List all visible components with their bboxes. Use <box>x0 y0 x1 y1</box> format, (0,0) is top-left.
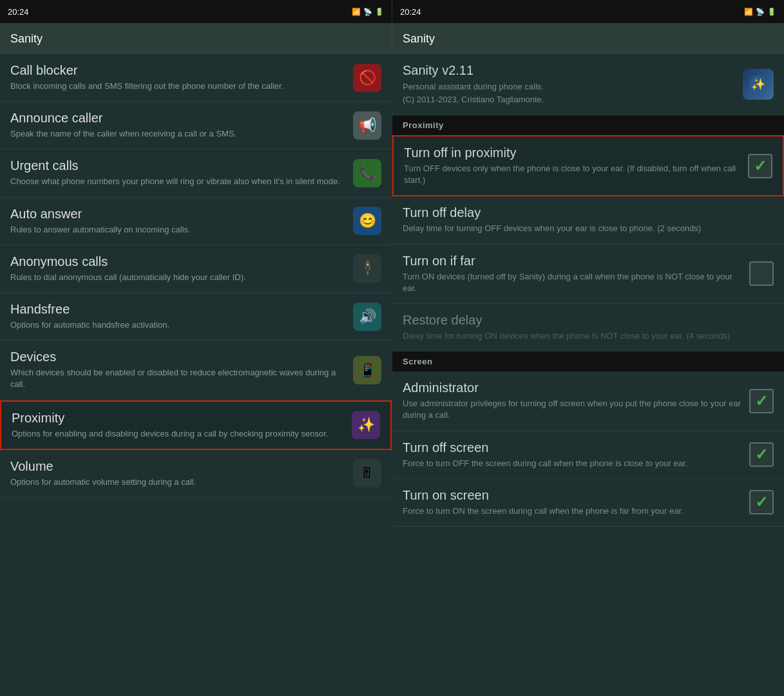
wifi-icon-r: 📡 <box>756 8 765 16</box>
battery-icon: 🔋 <box>375 8 384 16</box>
menu-item-announce-caller-desc: Speak the name of the caller when receiv… <box>10 128 348 140</box>
app-info-desc: Personal assistant during phone calls.(C… <box>403 80 743 106</box>
right-menu-item-turn-off-proximity[interactable]: Turn off in proximity Turn OFF devices o… <box>392 135 784 196</box>
administrator-desc: Use administrator privileges for turning… <box>403 398 744 421</box>
menu-item-volume[interactable]: Volume Options for automatic volume sett… <box>0 450 392 498</box>
menu-item-devices-title: Devices <box>10 350 348 364</box>
app-bars: Sanity Sanity <box>0 23 784 54</box>
turn-on-far-checkbox[interactable] <box>749 261 774 286</box>
turn-off-delay-title: Turn off delay <box>403 205 769 220</box>
right-app-bar: Sanity <box>392 23 784 54</box>
wifi-icon: 📡 <box>363 8 372 16</box>
turn-off-screen-desc: Force to turn OFF the screen during call… <box>403 458 744 469</box>
turn-on-far-title: Turn on if far <box>403 254 744 268</box>
right-panel: Sanity v2.11 Personal assistant during p… <box>392 54 784 696</box>
auto-answer-icon: 😊 <box>353 207 381 235</box>
menu-item-proximity-title: Proximity <box>12 411 347 426</box>
right-time: 20:24 <box>400 7 421 17</box>
right-menu-item-turn-off-screen[interactable]: Turn off screen Force to turn OFF the sc… <box>392 431 784 479</box>
section-header-screen: Screen <box>392 352 784 372</box>
menu-item-proximity-desc: Options for enabling and disabling devic… <box>12 428 347 440</box>
menu-item-announce-caller[interactable]: Announce caller Speak the name of the ca… <box>0 102 392 149</box>
menu-item-devices[interactable]: Devices Which devices should be enabled … <box>0 341 392 400</box>
turn-off-proximity-title: Turn off in proximity <box>404 146 743 160</box>
left-app-title: Sanity <box>10 32 43 46</box>
battery-icon-r: 🔋 <box>767 8 776 16</box>
turn-off-delay-desc: Delay time for turning OFF devices when … <box>403 223 769 234</box>
app-info: Sanity v2.11 Personal assistant during p… <box>392 54 784 115</box>
right-menu-item-restore-delay: Restore delay Delay time for turning ON … <box>392 304 784 352</box>
menu-item-devices-desc: Which devices should be enabled or disab… <box>10 367 348 390</box>
turn-off-proximity-desc: Turn OFF devices only when the phone is … <box>404 163 743 186</box>
left-panel: Call blocker Block incoming calls and SM… <box>0 54 392 696</box>
status-bars: 20:24 📶 📡 🔋 20:24 📶 📡 🔋 <box>0 0 784 23</box>
menu-item-handsfree-title: Handsfree <box>10 302 348 317</box>
restore-delay-desc: Delay time for turning ON devices when t… <box>403 330 769 342</box>
menu-item-announce-caller-title: Announce caller <box>10 111 348 126</box>
menu-item-handsfree-desc: Options for automatic handsfree activati… <box>10 319 348 331</box>
right-menu-item-administrator[interactable]: Administrator Use administrator privileg… <box>392 372 784 431</box>
left-time: 20:24 <box>8 7 29 17</box>
turn-on-screen-checkbox[interactable] <box>749 490 774 514</box>
menu-item-volume-title: Volume <box>10 459 348 474</box>
turn-off-screen-title: Turn off screen <box>403 440 744 455</box>
left-status-bar: 20:24 📶 📡 🔋 <box>0 0 392 23</box>
right-status-bar: 20:24 📶 📡 🔋 <box>392 0 784 23</box>
menu-item-call-blocker-title: Call blocker <box>10 63 348 78</box>
app-info-title: Sanity v2.11 <box>403 63 743 78</box>
proximity-icon: ✨ <box>352 411 380 439</box>
right-menu-item-turn-on-screen[interactable]: Turn on screen Force to turn ON the scre… <box>392 479 784 527</box>
menu-item-proximity[interactable]: Proximity Options for enabling and disab… <box>0 400 392 450</box>
left-status-icons: 📶 📡 🔋 <box>352 8 384 16</box>
announce-caller-icon: 📢 <box>353 111 381 140</box>
volume-icon: 🎚 <box>353 459 381 487</box>
signal-icon-r: 📶 <box>744 8 753 16</box>
menu-item-auto-answer[interactable]: Auto answer Rules to answer automaticall… <box>0 198 392 245</box>
turn-off-proximity-checkbox[interactable] <box>748 154 772 178</box>
menu-item-volume-desc: Options for automatic volume setting dur… <box>10 476 348 488</box>
menu-item-anonymous-calls-title: Anonymous calls <box>10 254 348 269</box>
menu-item-urgent-calls[interactable]: Urgent calls Choose what phone numbers y… <box>0 149 392 197</box>
menu-item-auto-answer-desc: Rules to answer automatically on incomin… <box>10 224 348 236</box>
turn-on-far-desc: Turn ON devices (turned off by Sanity) d… <box>403 271 744 294</box>
section-header-proximity: Proximity <box>392 115 784 135</box>
anonymous-calls-icon: 🕴 <box>353 254 381 283</box>
call-blocker-icon: 🚫 <box>353 64 381 92</box>
menu-item-anonymous-calls[interactable]: Anonymous calls Rules to dial anonymous … <box>0 245 392 293</box>
menu-item-anonymous-calls-desc: Rules to dial anonymous call (automatica… <box>10 272 348 283</box>
menu-item-urgent-calls-title: Urgent calls <box>10 158 348 173</box>
app-info-icon: ✨ <box>743 69 774 100</box>
restore-delay-title: Restore delay <box>403 313 769 328</box>
menu-item-handsfree[interactable]: Handsfree Options for automatic handsfre… <box>0 293 392 341</box>
administrator-checkbox[interactable] <box>749 389 774 413</box>
menu-item-call-blocker-desc: Block incoming calls and SMS filtering o… <box>10 80 348 92</box>
turn-on-screen-title: Turn on screen <box>403 488 744 503</box>
menu-item-call-blocker[interactable]: Call blocker Block incoming calls and SM… <box>0 54 392 102</box>
right-status-icons: 📶 📡 🔋 <box>744 8 776 16</box>
devices-icon: 📱 <box>353 356 381 384</box>
urgent-calls-icon: 📞 <box>353 159 381 187</box>
right-menu-item-turn-off-delay[interactable]: Turn off delay Delay time for turning OF… <box>392 196 784 244</box>
turn-off-screen-checkbox[interactable] <box>749 442 774 467</box>
right-menu-item-turn-on-far[interactable]: Turn on if far Turn ON devices (turned o… <box>392 245 784 304</box>
menu-item-auto-answer-title: Auto answer <box>10 207 348 221</box>
left-app-bar: Sanity <box>0 23 392 54</box>
menu-item-urgent-calls-desc: Choose what phone numbers your phone wil… <box>10 176 348 187</box>
signal-icon: 📶 <box>352 8 361 16</box>
handsfree-icon: 🔊 <box>353 303 381 331</box>
svg-text:✨: ✨ <box>751 77 766 91</box>
right-app-title: Sanity <box>403 32 435 46</box>
turn-on-screen-desc: Force to turn ON the screen during call … <box>403 505 744 517</box>
administrator-title: Administrator <box>403 381 744 395</box>
main-content: Call blocker Block incoming calls and SM… <box>0 54 784 696</box>
